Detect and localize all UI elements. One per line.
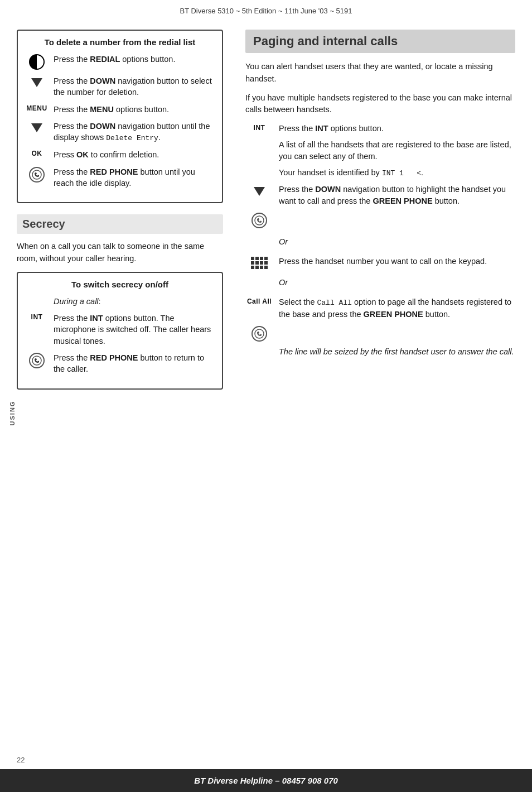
step-row: OK Press OK to confirm deletion. (26, 149, 214, 160)
svg-point-1 (32, 356, 41, 365)
step-icon-int: INT (26, 313, 48, 321)
right-icon-down (245, 184, 273, 196)
int-label-right: INT (254, 124, 265, 132)
side-label-container: USING (0, 391, 11, 435)
right-text-int: Press the INT options button. (279, 123, 515, 135)
right-step-row: Or (245, 273, 515, 292)
right-step-row (245, 325, 515, 342)
red-phone-icon (29, 353, 45, 368)
right-icon-empty3 (245, 346, 273, 347)
red-phone-icon (29, 167, 45, 183)
right-icon-greenphone (245, 212, 273, 228)
right-step-row: Call All Select the Call All option to p… (245, 296, 515, 320)
callall-label: Call All (247, 297, 272, 305)
paging-body1: You can alert handset users that they ar… (245, 61, 515, 85)
right-column: Paging and internal calls You can alert … (234, 30, 515, 401)
page-footer: BT Diverse Helpline – 08457 908 070 (0, 769, 532, 792)
step-text-duringcall: During a call: (54, 296, 214, 307)
left-column: To delete a number from the redial list … (17, 30, 234, 401)
step-icon-ok: OK (26, 149, 48, 157)
page-header: BT Diverse 5310 ~ 5th Edition ~ 11th Jun… (0, 0, 532, 20)
step-row: Press the DOWN navigation button to sele… (26, 75, 214, 98)
menu-label: MENU (26, 104, 47, 112)
header-title: BT Diverse 5310 ~ 5th Edition ~ 11th Jun… (180, 7, 352, 15)
right-text-callall: Select the Call All option to page all t… (279, 296, 515, 320)
step-text-redial: Press the REDIAL options button. (54, 54, 214, 65)
svg-point-3 (255, 329, 264, 338)
step-icon-redphone (26, 166, 48, 183)
svg-point-2 (255, 216, 264, 225)
down-arrow-icon (31, 78, 42, 87)
step-icon-empty (26, 296, 48, 296)
right-icon-greenphone2 (245, 325, 273, 342)
right-step-row (245, 212, 515, 228)
keypad-icon (251, 257, 268, 269)
step-text-down2: Press the DOWN navigation button until t… (54, 121, 214, 143)
right-icon-int: INT (245, 123, 273, 132)
right-text-or1: Or (279, 236, 515, 248)
step-icon-down2 (26, 121, 48, 132)
right-icon-or1 (245, 233, 273, 234)
paging-heading: Paging and internal calls (245, 30, 515, 53)
int-label: INT (31, 313, 43, 321)
right-text-down: Press the DOWN navigation button to high… (279, 184, 515, 207)
side-label: USING (9, 401, 16, 426)
step-row: During a call: (26, 296, 214, 307)
right-icon-empty2 (245, 167, 273, 168)
step-text-redphone2: Press the RED PHONE button to return to … (54, 352, 214, 375)
right-icon-keypad (245, 256, 273, 269)
green-phone-icon (252, 213, 267, 228)
step-icon-redial (26, 54, 48, 70)
right-text-keypad: Press the handset number you want to cal… (279, 256, 515, 267)
paging-body2: If you have multiple handsets registered… (245, 92, 515, 117)
right-step-row: INT Press the INT options button. (245, 123, 515, 135)
step-row: Press the REDIAL options button. (26, 54, 214, 70)
right-text-italic: The line will be seized by the first han… (279, 346, 515, 358)
step-text-redphone: Press the RED PHONE button until you rea… (54, 166, 214, 189)
down-arrow-icon (254, 187, 265, 196)
step-text-menu: Press the MENU options button. (54, 104, 214, 115)
right-step-row: Or (245, 233, 515, 251)
step-text-ok: Press OK to confirm deletion. (54, 149, 214, 160)
ok-label: OK (32, 150, 42, 157)
right-icon-or2 (245, 273, 273, 275)
secrecy-body: When on a call you can talk to someone i… (17, 241, 223, 265)
delete-box-title: To delete a number from the redial list (26, 36, 214, 47)
secrecy-box: To switch secrecy on/off During a call: … (17, 272, 223, 390)
down-arrow-icon (31, 123, 42, 132)
step-row: Press the RED PHONE button until you rea… (26, 166, 214, 189)
right-text-handset-id: Your handset is identified by INT 1 <. (279, 167, 515, 179)
right-icon-empty1 (245, 139, 273, 140)
footer-text: BT Diverse Helpline – 08457 908 070 (194, 776, 338, 785)
circle-half-icon (29, 54, 45, 70)
right-text-list: A list of all the handsets that are regi… (279, 139, 515, 162)
step-icon-redphone2 (26, 352, 48, 368)
step-icon-menu: MENU (26, 104, 48, 112)
right-step-row: The line will be seized by the first han… (245, 346, 515, 358)
delete-box: To delete a number from the redial list … (17, 30, 223, 203)
page-layout: To delete a number from the redial list … (0, 20, 532, 401)
step-text-down1: Press the DOWN navigation button to sele… (54, 75, 214, 98)
step-icon-down1 (26, 75, 48, 87)
right-icon-callall: Call All (245, 296, 273, 305)
step-row: MENU Press the MENU options button. (26, 104, 214, 115)
right-step-row: Your handset is identified by INT 1 <. (245, 167, 515, 179)
step-row: Press the RED PHONE button to return to … (26, 352, 214, 375)
svg-point-0 (32, 170, 41, 179)
secrecy-heading: Secrecy (17, 214, 223, 234)
step-row: Press the DOWN navigation button until t… (26, 121, 214, 143)
secrecy-box-title: To switch secrecy on/off (26, 279, 214, 289)
step-text-int: Press the INT options button. The microp… (54, 313, 214, 347)
right-step-row: Press the DOWN navigation button to high… (245, 184, 515, 207)
right-text-or2: Or (279, 277, 515, 289)
right-step-row: Press the handset number you want to cal… (245, 256, 515, 269)
right-step-row: A list of all the handsets that are regi… (245, 139, 515, 162)
page-number: 22 (17, 756, 25, 764)
step-row: INT Press the INT options button. The mi… (26, 313, 214, 347)
green-phone-icon-2 (252, 326, 267, 342)
